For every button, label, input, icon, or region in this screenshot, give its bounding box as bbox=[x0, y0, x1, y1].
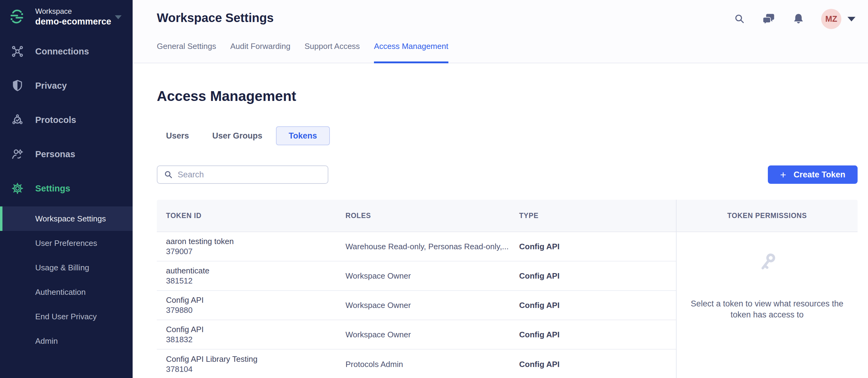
tab-tokens[interactable]: Tokens bbox=[276, 126, 330, 145]
sidebar-subitem-workspace-settings[interactable]: Workspace Settings bbox=[0, 206, 133, 231]
tab-access-management[interactable]: Access Management bbox=[374, 42, 448, 63]
bell-icon bbox=[792, 12, 805, 25]
token-roles: Workspace Owner bbox=[345, 301, 519, 310]
empty-state-message: Select a token to view what resources th… bbox=[685, 298, 850, 320]
token-id-cell: authenticate 381512 bbox=[166, 266, 345, 286]
token-name: Config API Library Testing bbox=[166, 354, 345, 364]
token-id-cell: Config API 381832 bbox=[166, 324, 345, 345]
chevron-down-icon[interactable] bbox=[847, 17, 856, 22]
create-token-button[interactable]: + Create Token bbox=[768, 166, 858, 184]
app-root: Workspace demo-ecommerce Connections bbox=[0, 0, 868, 378]
table-row[interactable]: Config API Library Testing 378104 Protoc… bbox=[157, 350, 676, 378]
token-type: Config API bbox=[519, 301, 685, 310]
personas-icon bbox=[11, 148, 24, 161]
token-type: Config API bbox=[519, 271, 685, 281]
table-row[interactable]: Config API 379880 Workspace Owner Config… bbox=[157, 291, 676, 320]
main-area: Workspace Settings General Settings Audi… bbox=[133, 0, 868, 378]
token-type: Config API bbox=[519, 242, 685, 251]
avatar[interactable]: MZ bbox=[821, 9, 841, 29]
token-id: 381832 bbox=[166, 335, 345, 345]
subitem-label: Workspace Settings bbox=[35, 214, 106, 224]
search-input[interactable] bbox=[157, 166, 328, 184]
search-button[interactable] bbox=[733, 8, 746, 29]
token-roles: Workspace Owner bbox=[345, 271, 519, 281]
token-id-cell: Config API 379880 bbox=[166, 295, 345, 315]
token-permissions-panel: TOKEN PERMISSIONS Select a token to view… bbox=[676, 200, 858, 378]
create-token-label: Create Token bbox=[794, 170, 845, 179]
sidebar-subitem-end-user-privacy[interactable]: End User Privacy bbox=[0, 304, 133, 329]
sidebar-item-connections[interactable]: Connections bbox=[0, 34, 133, 69]
column-header-type: TYPE bbox=[519, 212, 685, 220]
sidebar-item-label: Personas bbox=[35, 149, 75, 159]
key-icon bbox=[757, 252, 777, 273]
chat-icon bbox=[762, 12, 776, 26]
token-name: authenticate bbox=[166, 266, 345, 276]
table-row[interactable]: Config API 381832 Workspace Owner Config… bbox=[157, 320, 676, 350]
tab-users[interactable]: Users bbox=[166, 131, 189, 141]
protocols-icon bbox=[11, 113, 24, 126]
token-id-cell: Config API Library Testing 378104 bbox=[166, 354, 345, 374]
sidebar-subitem-authentication[interactable]: Authentication bbox=[0, 280, 133, 304]
sidebar-item-personas[interactable]: Personas bbox=[0, 137, 133, 171]
gear-icon bbox=[11, 182, 24, 195]
top-header: Workspace Settings General Settings Audi… bbox=[133, 0, 868, 63]
sidebar-subitem-user-preferences[interactable]: User Preferences bbox=[0, 231, 133, 255]
toolbar: + Create Token bbox=[157, 166, 858, 184]
token-type: Config API bbox=[519, 330, 685, 340]
topbar-actions: MZ bbox=[733, 8, 856, 29]
sidebar-item-label: Protocols bbox=[35, 115, 76, 125]
token-id: 379007 bbox=[166, 246, 345, 256]
search-box bbox=[157, 166, 328, 184]
sidebar-subitem-usage-billing[interactable]: Usage & Billing bbox=[0, 255, 133, 280]
notifications-button[interactable] bbox=[792, 8, 805, 29]
token-name: Config API bbox=[166, 295, 345, 305]
section-heading: Access Management bbox=[157, 88, 858, 104]
sidebar-item-protocols[interactable]: Protocols bbox=[0, 103, 133, 137]
subitem-label: Usage & Billing bbox=[35, 263, 89, 273]
token-roles: Workspace Owner bbox=[345, 330, 519, 340]
header-tabs: General Settings Audit Forwarding Suppor… bbox=[157, 42, 463, 63]
column-header-token-permissions: TOKEN PERMISSIONS bbox=[727, 212, 807, 220]
content: Access Management Users User Groups Toke… bbox=[133, 88, 868, 378]
column-header-roles: ROLES bbox=[345, 212, 519, 220]
token-roles: Protocols Admin bbox=[345, 359, 519, 369]
permissions-header: TOKEN PERMISSIONS bbox=[677, 200, 858, 232]
workspace-name: demo-ecommerce bbox=[35, 16, 111, 27]
table-row[interactable]: aaron testing token 379007 Warehouse Rea… bbox=[157, 232, 676, 262]
access-tabs: Users User Groups Tokens bbox=[157, 126, 858, 145]
sidebar-nav: Connections Privacy Protocols bbox=[0, 34, 133, 206]
sidebar-subitem-admin[interactable]: Admin bbox=[0, 329, 133, 353]
token-name: Config API bbox=[166, 324, 345, 335]
subitem-label: End User Privacy bbox=[35, 312, 97, 321]
chat-button[interactable] bbox=[762, 8, 776, 29]
token-name: aaron testing token bbox=[166, 236, 345, 246]
token-id: 378104 bbox=[166, 364, 345, 374]
chevron-down-icon bbox=[115, 15, 122, 19]
token-roles: Warehouse Read-only, Personas Read-only,… bbox=[345, 242, 519, 251]
tab-audit-forwarding[interactable]: Audit Forwarding bbox=[230, 42, 291, 63]
subitem-label: User Preferences bbox=[35, 239, 97, 248]
search-icon bbox=[733, 12, 746, 25]
shield-icon bbox=[11, 79, 24, 92]
tab-general-settings[interactable]: General Settings bbox=[157, 42, 216, 63]
sidebar: Workspace demo-ecommerce Connections bbox=[0, 0, 133, 378]
token-id-cell: aaron testing token 379007 bbox=[166, 236, 345, 256]
search-icon bbox=[163, 170, 173, 179]
table-row[interactable]: authenticate 381512 Workspace Owner Conf… bbox=[157, 262, 676, 291]
sidebar-item-privacy[interactable]: Privacy bbox=[0, 69, 133, 103]
token-type: Config API bbox=[519, 359, 685, 369]
page-title: Workspace Settings bbox=[157, 11, 274, 25]
tokens-table-left: TOKEN ID ROLES TYPE aaron testing token … bbox=[157, 200, 676, 378]
permissions-empty-state: Select a token to view what resources th… bbox=[677, 232, 858, 378]
sidebar-item-settings[interactable]: Settings bbox=[0, 171, 133, 206]
segment-logo-icon bbox=[9, 8, 25, 25]
table-header: TOKEN ID ROLES TYPE bbox=[157, 200, 676, 232]
column-header-token-id: TOKEN ID bbox=[166, 212, 345, 220]
subitem-label: Admin bbox=[35, 336, 58, 346]
tab-support-access[interactable]: Support Access bbox=[305, 42, 360, 63]
token-id: 379880 bbox=[166, 305, 345, 315]
workspace-switcher[interactable]: Workspace demo-ecommerce bbox=[0, 0, 133, 34]
token-id: 381512 bbox=[166, 276, 345, 286]
tab-user-groups[interactable]: User Groups bbox=[212, 131, 262, 141]
connections-icon bbox=[11, 45, 24, 58]
